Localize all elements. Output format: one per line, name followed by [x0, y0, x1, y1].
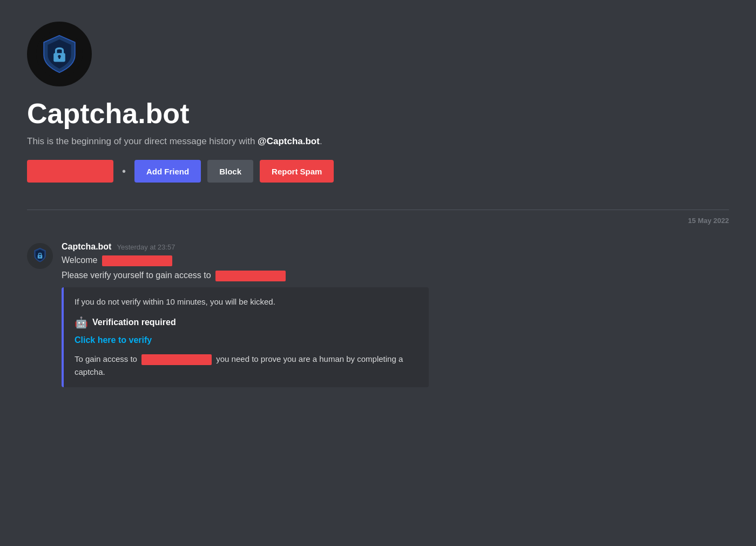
embed-card: If you do not verify within 10 minutes, … — [62, 287, 429, 387]
bot-avatar — [27, 22, 92, 86]
message-welcome: Welcome — [62, 254, 729, 267]
redacted-username — [102, 255, 172, 266]
message-author: Captcha.bot — [62, 242, 111, 252]
svg-rect-3 — [59, 57, 60, 59]
embed-warning: If you do not verify within 10 minutes, … — [75, 296, 418, 308]
embed-title: Verification required — [92, 318, 176, 327]
shield-icon — [35, 30, 84, 78]
bot-name: Captcha.bot — [27, 97, 729, 130]
robot-emoji: 🤖 — [75, 316, 88, 329]
profile-section: Captcha.bot This is the beginning of you… — [0, 0, 756, 210]
svg-rect-7 — [39, 257, 40, 258]
message-verify-prompt: Please verify yourself to gain access to — [62, 269, 729, 282]
action-buttons: • Add Friend Block Report Spam — [27, 160, 729, 183]
verify-link[interactable]: Click here to verify — [75, 335, 418, 345]
redacted-button[interactable] — [27, 160, 113, 183]
embed-title-row: 🤖 Verification required — [75, 316, 418, 329]
message-avatar-icon — [30, 246, 50, 266]
date-label: 15 May 2022 — [688, 217, 729, 225]
redacted-server-name — [215, 271, 286, 281]
separator-dot: • — [122, 165, 126, 178]
embed-description: To gain access to you need to prove you … — [75, 353, 418, 379]
add-friend-button[interactable]: Add Friend — [134, 160, 201, 183]
dm-history-text: This is the beginning of your direct mes… — [27, 136, 729, 147]
message-timestamp: Yesterday at 23:57 — [117, 243, 175, 251]
messages-section: Captcha.bot Yesterday at 23:57 Welcome P… — [0, 231, 756, 409]
message-content: Captcha.bot Yesterday at 23:57 Welcome P… — [62, 242, 729, 387]
report-spam-button[interactable]: Report Spam — [260, 160, 334, 183]
date-divider: 15 May 2022 — [0, 210, 756, 231]
redacted-server-access — [141, 354, 212, 365]
block-button[interactable]: Block — [207, 160, 253, 183]
message-group: Captcha.bot Yesterday at 23:57 Welcome P… — [27, 242, 729, 387]
message-header: Captcha.bot Yesterday at 23:57 — [62, 242, 729, 252]
message-avatar — [27, 243, 53, 269]
